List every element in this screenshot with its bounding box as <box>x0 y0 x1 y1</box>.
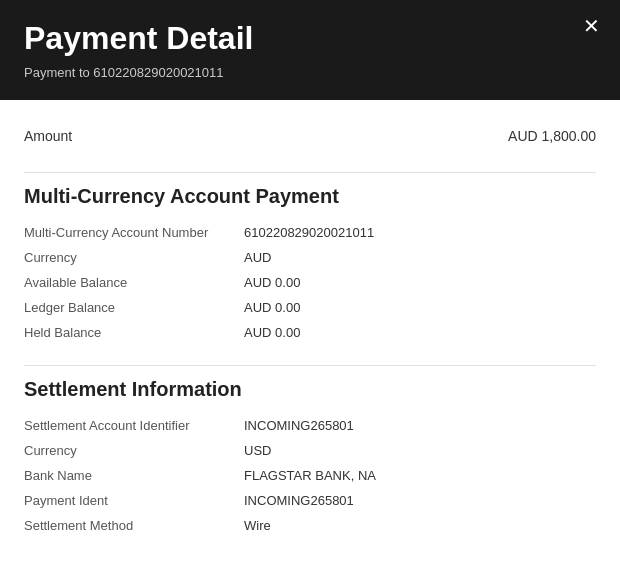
table-row: Held Balance AUD 0.00 <box>24 320 596 345</box>
amount-value: AUD 1,800.00 <box>508 128 596 144</box>
amount-section: Amount AUD 1,800.00 <box>24 120 596 152</box>
row-value: 610220829020021011 <box>244 225 596 240</box>
modal-header: Payment Detail Payment to 61022082902002… <box>0 0 620 100</box>
row-label: Payment Ident <box>24 493 244 508</box>
row-label: Held Balance <box>24 325 244 340</box>
row-value: Wire <box>244 518 596 533</box>
table-row: Bank Name FLAGSTAR BANK, NA <box>24 463 596 488</box>
divider-2 <box>24 365 596 366</box>
divider-1 <box>24 172 596 173</box>
row-value: AUD 0.00 <box>244 300 596 315</box>
row-value: AUD <box>244 250 596 265</box>
amount-row: Amount AUD 1,800.00 <box>24 120 596 152</box>
row-label: Multi-Currency Account Number <box>24 225 244 240</box>
modal-title: Payment Detail <box>24 20 596 57</box>
row-value: AUD 0.00 <box>244 325 596 340</box>
row-label: Currency <box>24 443 244 458</box>
settlement-section: Settlement Information Settlement Accoun… <box>24 378 596 538</box>
row-label: Settlement Account Identifier <box>24 418 244 433</box>
table-row: Settlement Account Identifier INCOMING26… <box>24 413 596 438</box>
settlement-title: Settlement Information <box>24 378 596 401</box>
settlement-rows: Settlement Account Identifier INCOMING26… <box>24 413 596 538</box>
amount-label: Amount <box>24 128 72 144</box>
row-value: FLAGSTAR BANK, NA <box>244 468 596 483</box>
table-row: Multi-Currency Account Number 6102208290… <box>24 220 596 245</box>
modal-body: Amount AUD 1,800.00 Multi-Currency Accou… <box>0 100 620 574</box>
row-value: USD <box>244 443 596 458</box>
row-label: Settlement Method <box>24 518 244 533</box>
multi-currency-section: Multi-Currency Account Payment Multi-Cur… <box>24 185 596 345</box>
table-row: Currency USD <box>24 438 596 463</box>
payment-detail-modal: Payment Detail Payment to 61022082902002… <box>0 0 620 574</box>
row-label: Available Balance <box>24 275 244 290</box>
row-label: Currency <box>24 250 244 265</box>
multi-currency-title: Multi-Currency Account Payment <box>24 185 596 208</box>
row-value: INCOMING265801 <box>244 418 596 433</box>
row-value: INCOMING265801 <box>244 493 596 508</box>
row-label: Ledger Balance <box>24 300 244 315</box>
row-value: AUD 0.00 <box>244 275 596 290</box>
modal-subtitle: Payment to 610220829020021011 <box>24 65 596 80</box>
table-row: Currency AUD <box>24 245 596 270</box>
multi-currency-rows: Multi-Currency Account Number 6102208290… <box>24 220 596 345</box>
table-row: Payment Ident INCOMING265801 <box>24 488 596 513</box>
table-row: Settlement Method Wire <box>24 513 596 538</box>
close-button[interactable]: ✕ <box>583 16 600 36</box>
table-row: Ledger Balance AUD 0.00 <box>24 295 596 320</box>
table-row: Available Balance AUD 0.00 <box>24 270 596 295</box>
row-label: Bank Name <box>24 468 244 483</box>
